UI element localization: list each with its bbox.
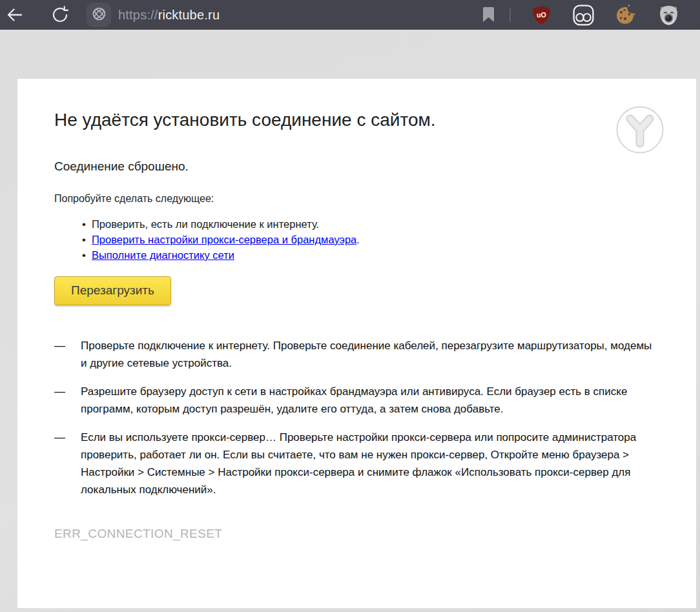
error-subtitle: Соединение сброшено. — [54, 159, 657, 174]
toolbar-divider — [510, 8, 511, 22]
bullet-marker: • — [82, 216, 86, 232]
globe-icon — [91, 6, 107, 25]
detail-text: Разрешите браузеру доступ к сети в настр… — [81, 383, 657, 418]
list-item: — Разрешите браузеру доступ к сети в нас… — [54, 383, 657, 418]
error-title: Не удаётся установить соединение с сайто… — [54, 110, 590, 130]
reload-page-button[interactable]: Перезагрузить — [54, 276, 171, 305]
list-item: — Проверьте подключение к интернету. Про… — [54, 337, 657, 372]
bear-extension-button[interactable] — [657, 3, 681, 30]
goggles-icon — [571, 3, 595, 30]
back-icon — [5, 6, 23, 26]
list-item: •Проверить, есть ли подключение к интерн… — [54, 216, 657, 232]
error-code: ERR_CONNECTION_RESET — [54, 527, 657, 541]
cookie-extension-button[interactable] — [614, 4, 636, 28]
url-scheme: https:// — [118, 8, 158, 23]
list-item: — Если вы используете прокси-сервер… Про… — [54, 429, 657, 498]
bullet-marker: • — [82, 247, 86, 263]
suggestion-heading: Попробуйте сделать следующее: — [54, 192, 657, 205]
reload-button[interactable] — [51, 6, 69, 26]
back-button[interactable] — [5, 6, 23, 26]
svg-text:uO: uO — [537, 11, 546, 19]
suggestion-list: •Проверить, есть ли подключение к интерн… — [54, 216, 657, 263]
bookmark-button[interactable] — [482, 6, 495, 26]
proxy-settings-link[interactable]: Проверить настройки прокси-сервера и бра… — [92, 234, 356, 245]
goggles-extension-button[interactable] — [571, 3, 595, 30]
bullet-marker: • — [82, 232, 86, 247]
site-identity-button[interactable] — [87, 3, 111, 27]
browser-toolbar: https://ricktube.ru uO — [0, 0, 700, 30]
dash-marker: — — [54, 337, 81, 372]
reload-icon — [51, 6, 69, 26]
url-host: ricktube.ru — [158, 8, 220, 23]
address-bar[interactable]: https://ricktube.ru — [118, 0, 220, 30]
ublock-shield-icon: uO — [531, 5, 551, 28]
list-item: •Проверить настройки прокси-сервера и бр… — [54, 232, 657, 247]
yandex-browser-logo-icon — [615, 105, 664, 157]
error-page-card: Не удаётся установить соединение с сайто… — [17, 79, 696, 608]
suggestion-text: Проверить, есть ли подключение к интерне… — [92, 218, 319, 230]
ublock-extension-button[interactable]: uO — [531, 5, 551, 28]
detail-list: — Проверьте подключение к интернету. Про… — [54, 337, 657, 498]
detail-text: Если вы используете прокси-сервер… Прове… — [81, 429, 657, 498]
bookmark-icon — [482, 6, 495, 26]
network-diagnostics-link[interactable]: Выполните диагностику сети — [92, 249, 234, 261]
cookie-icon — [614, 4, 636, 28]
dash-marker: — — [54, 383, 81, 418]
detail-text: Проверьте подключение к интернету. Прове… — [81, 337, 657, 372]
list-item: •Выполните диагностику сети — [54, 247, 657, 263]
suggestion-suffix: . — [356, 234, 360, 245]
bear-icon — [657, 3, 681, 30]
dash-marker: — — [54, 429, 81, 498]
